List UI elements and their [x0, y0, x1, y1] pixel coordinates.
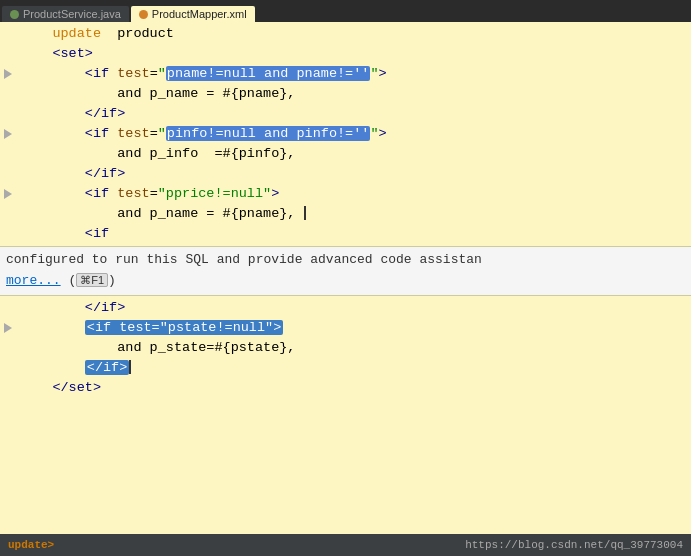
tab-icon-orange: [139, 10, 148, 19]
line-content-b3: and p_state=#{pstate},: [16, 338, 295, 358]
code-line: <set>: [0, 44, 691, 64]
line-content: <if: [16, 224, 109, 244]
status-right: https://blog.csdn.net/qq_39773004: [465, 539, 683, 551]
code-line: update product: [0, 24, 691, 44]
tab-icon-green: [10, 10, 19, 19]
line-content-b1: </if>: [16, 298, 125, 318]
triangle-icon3: [4, 189, 12, 199]
line-content: </if>: [16, 164, 125, 184]
info-bar: configured to run this SQL and provide a…: [0, 246, 691, 296]
shortcut-key: ⌘F1: [76, 273, 108, 287]
line-content: <if test="pname!=null and pname!=''">: [16, 64, 387, 84]
code-line-if1: <if test="pname!=null and pname!=''">: [0, 64, 691, 84]
bottom-code-area: </if> <if test="pstate!=null"> and p_sta…: [0, 296, 691, 420]
code-line: </if>: [0, 104, 691, 124]
code-line-if4: <if test="pstate!=null">: [0, 318, 691, 338]
line-content: and p_info =#{pinfo},: [16, 144, 295, 164]
line-content-b2: <if test="pstate!=null">: [16, 318, 283, 338]
code-line-b3: and p_state=#{pstate},: [0, 338, 691, 358]
status-bar: update> https://blog.csdn.net/qq_3977300…: [0, 534, 691, 556]
cursor2: [129, 360, 131, 374]
tab-productmapper[interactable]: ProductMapper.xml: [131, 6, 255, 22]
tab-bar: ProductService.java ProductMapper.xml: [0, 0, 691, 22]
code-line: and p_name = #{pname},: [0, 84, 691, 104]
triangle-icon4: [4, 323, 12, 333]
line-content-b5: </set>: [16, 378, 101, 398]
gutter-arrow1: [0, 69, 16, 79]
gutter-arrow3: [0, 189, 16, 199]
line-content: <set>: [16, 44, 93, 64]
triangle-icon: [4, 69, 12, 79]
tab-productservice-label: ProductService.java: [23, 8, 121, 20]
gutter-arrow2: [0, 129, 16, 139]
code-line-if3: <if test="pprice!=null">: [0, 184, 691, 204]
gutter-arrow4: [0, 323, 16, 333]
tab-productmapper-label: ProductMapper.xml: [152, 8, 247, 20]
code-line-if2: <if test="pinfo!=null and pinfo!=''">: [0, 124, 691, 144]
tab-productservice[interactable]: ProductService.java: [2, 6, 129, 22]
line-content: update product: [16, 24, 174, 44]
code-line-b6: [0, 398, 691, 418]
line-content: <if test="pprice!=null">: [16, 184, 279, 204]
cursor: [304, 206, 306, 220]
shortcut-close: ): [108, 273, 116, 288]
editor-window: ProductService.java ProductMapper.xml up…: [0, 0, 691, 556]
code-line-cursor: and p_name = #{pname},: [0, 204, 691, 224]
line-content-b4: </if>: [16, 358, 131, 378]
line-content: <if test="pinfo!=null and pinfo!=''">: [16, 124, 387, 144]
line-content: </if>: [16, 104, 125, 124]
line-content: and p_name = #{pname},: [16, 204, 306, 224]
line-content-b6: [16, 398, 28, 418]
top-code-area: update product <set> <if test="pname!=nu…: [0, 22, 691, 246]
triangle-icon2: [4, 129, 12, 139]
info-text: configured to run this SQL and provide a…: [6, 252, 482, 267]
code-line-b1: </if>: [0, 298, 691, 318]
code-line-b5: </set>: [0, 378, 691, 398]
status-left: update>: [8, 539, 54, 551]
code-line-partial: <if: [0, 224, 691, 244]
code-line: and p_info =#{pinfo},: [0, 144, 691, 164]
code-line-b4: </if>: [0, 358, 691, 378]
line-content: and p_name = #{pname},: [16, 84, 295, 104]
code-line: </if>: [0, 164, 691, 184]
more-link[interactable]: more...: [6, 273, 61, 288]
